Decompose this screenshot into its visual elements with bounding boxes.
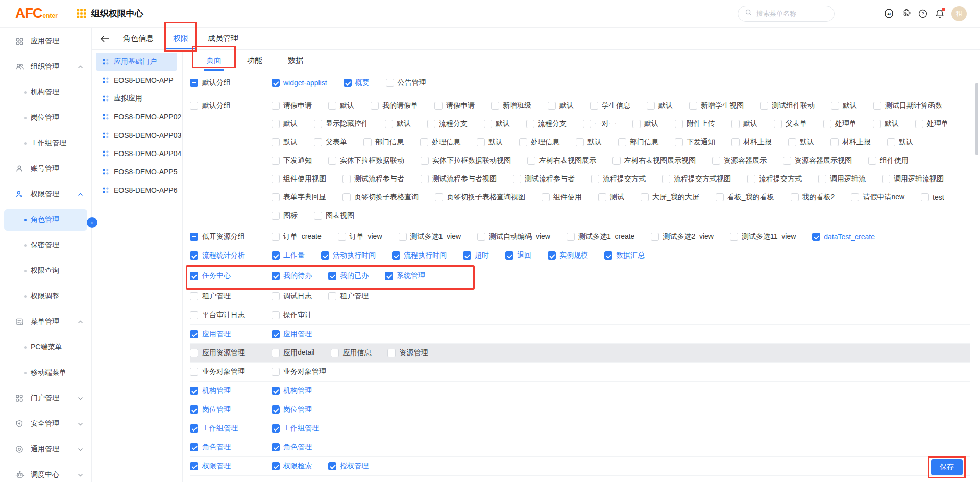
permission-item[interactable]: 页签切换子表格查询视图 xyxy=(435,193,525,202)
sidebar-item-perm-mgmt[interactable]: 权限管理 xyxy=(0,182,91,207)
permission-item[interactable]: widget-applist xyxy=(272,79,327,87)
permission-item[interactable]: 应用管理 xyxy=(272,329,312,339)
checkbox-icon[interactable] xyxy=(788,138,796,146)
permission-item[interactable]: 公告管理 xyxy=(386,78,426,87)
checkbox-icon[interactable] xyxy=(321,251,329,260)
sidebar-item-post-mgmt[interactable]: 岗位管理 xyxy=(0,105,91,131)
sidebar-item-security-mgmt[interactable]: 安全管理 xyxy=(0,411,91,437)
sidebar-item-pc-menu[interactable]: PC端菜单 xyxy=(0,335,91,360)
checkbox-icon[interactable] xyxy=(647,102,655,110)
ai-icon[interactable]: AI xyxy=(884,8,894,19)
sidebar-item-org-mgmt[interactable]: 组织管理 xyxy=(0,54,91,80)
checkbox-icon[interactable] xyxy=(328,272,336,280)
checkbox-icon[interactable] xyxy=(190,424,198,433)
checkbox-icon[interactable] xyxy=(272,175,280,183)
group-checkbox[interactable]: 默认分组 xyxy=(190,96,272,115)
permission-item[interactable]: 测试多选2_view xyxy=(651,232,714,241)
checkbox-icon[interactable] xyxy=(662,175,670,183)
checkbox-icon[interactable] xyxy=(386,79,394,87)
checkbox-icon[interactable] xyxy=(921,193,929,201)
permission-item[interactable]: 默认 xyxy=(272,119,298,129)
permission-item[interactable]: 工作量 xyxy=(272,251,305,260)
permission-item[interactable]: test xyxy=(921,193,944,201)
bell-icon[interactable] xyxy=(935,9,945,19)
permission-item[interactable]: 测试流程参与者视图 xyxy=(421,174,497,184)
sidebar-item-inst-mgmt[interactable]: 机构管理 xyxy=(0,80,91,105)
checkbox-icon[interactable] xyxy=(272,79,280,87)
checkbox-icon[interactable] xyxy=(272,462,280,470)
permission-item[interactable]: 组件使用视图 xyxy=(272,174,326,184)
permission-item[interactable]: 实体下拉框数据联动视图 xyxy=(421,156,511,165)
checkbox-icon[interactable] xyxy=(272,311,280,319)
checkbox-icon[interactable] xyxy=(421,175,429,183)
group-checkbox[interactable]: 任务中心 xyxy=(190,267,272,285)
group-checkbox[interactable]: 租户管理 xyxy=(190,287,272,306)
sidebar-item-common-mgmt[interactable]: 通用管理 xyxy=(0,437,91,462)
checkbox-icon[interactable] xyxy=(716,193,724,201)
checkbox-icon[interactable] xyxy=(272,349,280,357)
sidebar-item-dispatch-center[interactable]: 调度中心 xyxy=(0,462,91,482)
app-list-item[interactable]: EOS8-DEMO-APP04 xyxy=(96,144,177,163)
permission-item[interactable]: 实体下拉框数据联动 xyxy=(328,156,404,165)
permission-item[interactable]: 流程提交方式视图 xyxy=(662,174,731,184)
permission-item[interactable]: 工作组管理 xyxy=(272,424,319,433)
checkbox-icon[interactable] xyxy=(651,233,659,241)
checkbox-icon[interactable] xyxy=(328,157,336,165)
permission-item[interactable]: 测试流程参与者 xyxy=(342,174,404,184)
checkbox-icon[interactable] xyxy=(519,138,527,146)
permission-item[interactable]: 父表单 xyxy=(774,119,807,129)
permission-item[interactable]: 学生信息 xyxy=(590,101,630,110)
checkbox-icon[interactable] xyxy=(851,193,859,201)
checkbox-icon[interactable] xyxy=(887,138,895,146)
sidebar-item-secrecy-mgmt[interactable]: 保密管理 xyxy=(0,233,91,258)
permission-item[interactable]: 测试多选1_view xyxy=(399,232,461,241)
subtab-page[interactable]: 页面 xyxy=(204,50,224,71)
checkbox-icon[interactable] xyxy=(272,330,280,338)
permission-item[interactable]: 图标 xyxy=(272,211,298,220)
checkbox-icon[interactable] xyxy=(760,102,768,110)
checkbox-icon[interactable] xyxy=(338,233,346,241)
permission-item[interactable]: 请假申请 xyxy=(272,101,312,110)
permission-item[interactable]: 部门信息 xyxy=(618,138,658,147)
permission-item[interactable]: 新增班级 xyxy=(491,101,531,110)
checkbox-icon[interactable] xyxy=(314,212,322,220)
permission-item[interactable]: 部门信息 xyxy=(363,138,404,147)
checkbox-icon[interactable] xyxy=(190,368,198,376)
checkbox-icon[interactable] xyxy=(272,233,280,241)
checkbox-icon[interactable] xyxy=(328,462,336,470)
sidebar-item-app-mgmt[interactable]: 应用管理 xyxy=(0,29,91,54)
checkbox-icon[interactable] xyxy=(272,272,280,280)
permission-item[interactable]: 大屏_我的大屏 xyxy=(641,193,699,202)
permission-item[interactable]: 操作审计 xyxy=(272,311,312,320)
permission-item[interactable]: 请假申请 xyxy=(434,101,475,110)
checkbox-icon[interactable] xyxy=(632,120,641,128)
checkbox-icon[interactable] xyxy=(689,102,697,110)
checkbox-icon[interactable] xyxy=(505,251,513,260)
avatar[interactable]: 租 xyxy=(951,6,967,21)
permission-item[interactable]: 默认 xyxy=(873,119,899,129)
group-checkbox[interactable]: 机构管理 xyxy=(190,382,272,400)
checkbox-icon[interactable] xyxy=(272,387,280,395)
checkbox-icon[interactable] xyxy=(190,387,198,395)
permission-item[interactable]: 父表单 xyxy=(314,138,347,147)
scrollbar-thumb[interactable] xyxy=(975,83,978,155)
sidebar-item-role-mgmt[interactable]: 角色管理 xyxy=(4,209,87,231)
sidebar-item-mobile-menu[interactable]: 移动端菜单 xyxy=(0,360,91,386)
permission-item[interactable]: 处理信息 xyxy=(420,138,460,147)
checkbox-icon[interactable] xyxy=(190,349,198,357)
checkbox-icon[interactable] xyxy=(612,157,621,165)
permission-item[interactable]: 页签切换子表格查询 xyxy=(342,193,419,202)
checkbox-icon[interactable] xyxy=(463,251,471,260)
checkbox-icon[interactable] xyxy=(363,138,372,146)
permission-item[interactable]: 超时 xyxy=(463,251,489,260)
group-checkbox[interactable]: 角色管理 xyxy=(190,438,272,456)
sidebar-item-workgroup-mgmt[interactable]: 工作组管理 xyxy=(0,131,91,156)
checkbox-icon[interactable] xyxy=(548,251,556,260)
checkbox-icon[interactable] xyxy=(272,212,280,220)
permission-item[interactable]: 退回 xyxy=(505,251,531,260)
permission-item[interactable]: 测试自动编码_view xyxy=(477,232,550,241)
checkbox-icon[interactable] xyxy=(590,102,598,110)
checkbox-icon[interactable] xyxy=(272,443,280,451)
checkbox-icon[interactable] xyxy=(712,157,720,165)
permission-item[interactable]: 角色管理 xyxy=(272,443,312,452)
